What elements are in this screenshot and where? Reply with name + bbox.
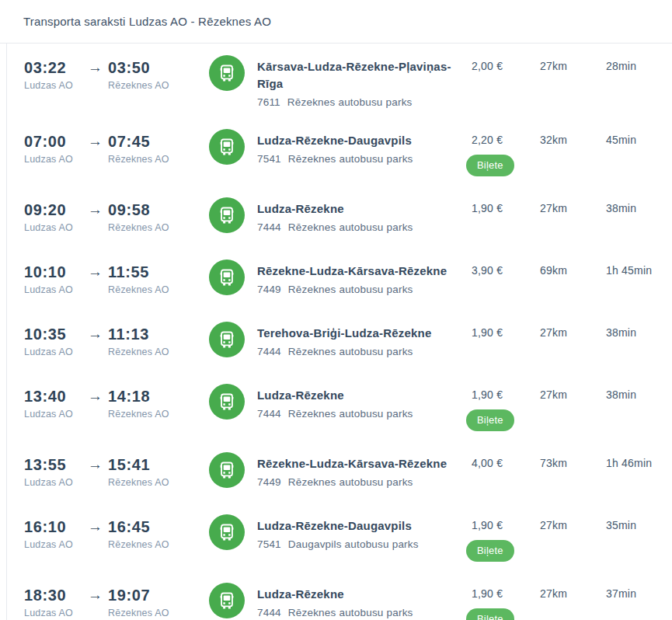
schedule-row[interactable]: 03:22 Ludzas AO → 03:50 Rēzeknes AO xyxy=(7,44,672,117)
route-number: 7444 xyxy=(257,221,281,233)
arrival-time: 07:45 xyxy=(108,132,209,151)
arrival-block: 14:18 Rēzeknes AO xyxy=(108,387,209,420)
bus-icon xyxy=(209,583,245,618)
route-name: Ludza-Rēzekne xyxy=(257,387,453,404)
route-operator: Rēzeknes autobusu parks xyxy=(288,476,413,488)
arrival-time: 09:58 xyxy=(108,200,209,219)
price: 4,00 € xyxy=(472,455,503,471)
arrival-stop: Rēzeknes AO xyxy=(108,477,209,488)
bus-icon xyxy=(209,129,245,165)
price: 1,90 € xyxy=(472,517,503,533)
duration: 38min xyxy=(606,325,672,340)
route-name: Kārsava-Ludza-Rēzekne-Pļaviņas-Rīga xyxy=(257,58,453,92)
distance: 27km xyxy=(540,586,606,601)
arrival-block: 11:13 Rēzeknes AO xyxy=(108,325,209,357)
route-info: Ludza-Rēzekne 7444Rēzeknes autobusu park… xyxy=(257,387,472,420)
page-title: Transporta saraksti Ludzas AO - Rēzeknes… xyxy=(23,15,271,28)
arrival-stop: Rēzeknes AO xyxy=(108,409,209,420)
route-name: Rēzekne-Ludza-Kārsava-Rēzekne xyxy=(257,455,453,472)
route-name: Ludza-Rēzekne xyxy=(257,200,453,218)
schedule-row[interactable]: 13:55 Ludzas AO → 15:41 Rēzeknes AO xyxy=(7,441,672,503)
arrow-right-icon: → xyxy=(82,455,108,474)
route-number: 7444 xyxy=(257,408,281,420)
arrival-block: 03:50 Rēzeknes AO xyxy=(108,58,209,91)
route-meta: 7444Rēzeknes autobusu parks xyxy=(257,346,472,357)
departure-block: 07:00 Ludzas AO xyxy=(24,132,82,165)
arrival-block: 11:55 Rēzeknes AO xyxy=(108,263,209,295)
arrow-right-icon: → xyxy=(82,517,108,536)
route-meta: 7444Rēzeknes autobusu parks xyxy=(257,607,472,618)
route-info: Ludza-Rēzekne 7444Rēzeknes autobusu park… xyxy=(257,586,472,618)
route-number: 7444 xyxy=(257,607,281,618)
price: 1,90 € xyxy=(472,387,503,402)
arrival-stop: Rēzeknes AO xyxy=(108,222,209,233)
departure-stop: Ludzas AO xyxy=(24,477,82,488)
arrival-time: 15:41 xyxy=(108,455,209,474)
bus-icon xyxy=(209,55,245,91)
departure-time: 13:40 xyxy=(24,387,82,406)
schedule-list: 03:22 Ludzas AO → 03:50 Rēzeknes AO xyxy=(6,44,672,620)
departure-block: 10:35 Ludzas AO xyxy=(24,325,82,357)
schedule-row[interactable]: 18:30 Ludzas AO → 19:07 Rēzeknes AO xyxy=(7,571,672,620)
price: 1,90 € xyxy=(472,325,503,340)
route-name: Ludza-Rēzekne-Daugavpils xyxy=(257,132,453,149)
duration: 45min xyxy=(606,132,672,148)
departure-block: 13:55 Ludzas AO xyxy=(24,455,82,488)
route-operator: Rēzeknes autobusu parks xyxy=(288,408,413,420)
route-info: Terehova-Briģi-Ludza-Rēzekne 7444Rēzekne… xyxy=(257,325,472,357)
bus-icon xyxy=(209,259,245,295)
schedule-row[interactable]: 07:00 Ludzas AO → 07:45 Rēzeknes AO xyxy=(7,117,672,186)
duration: 1h 46min xyxy=(606,455,672,471)
route-operator: Rēzeknes autobusu parks xyxy=(288,284,413,295)
route-info: Ludza-Rēzekne-Daugavpils 7541Rēzeknes au… xyxy=(257,132,472,165)
price: 2,20 € xyxy=(472,132,503,148)
departure-stop: Ludzas AO xyxy=(24,608,82,618)
arrival-stop: Rēzeknes AO xyxy=(108,608,209,618)
route-meta: 7541Daugavpils autobusu parks xyxy=(257,538,472,550)
price: 3,90 € xyxy=(472,263,503,278)
route-number: 7449 xyxy=(257,476,281,488)
route-operator: Rēzeknes autobusu parks xyxy=(288,607,413,618)
route-name: Terehova-Briģi-Ludza-Rēzekne xyxy=(257,325,453,342)
ticket-button[interactable]: Biļete xyxy=(466,540,514,562)
price: 1,90 € xyxy=(472,200,503,216)
route-info: Rēzekne-Ludza-Kārsava-Rēzekne 7449Rēzekn… xyxy=(257,263,472,295)
arrival-time: 03:50 xyxy=(108,58,209,77)
arrival-stop: Rēzeknes AO xyxy=(108,539,209,550)
arrival-time: 14:18 xyxy=(108,387,209,406)
schedule-row[interactable]: 16:10 Ludzas AO → 16:45 Rēzeknes AO xyxy=(7,503,672,571)
distance: 27km xyxy=(540,517,606,533)
duration: 1h 45min xyxy=(606,263,672,278)
schedule-row[interactable]: 10:10 Ludzas AO → 11:55 Rēzeknes AO xyxy=(7,248,672,310)
departure-stop: Ludzas AO xyxy=(24,409,82,420)
route-operator: Rēzeknes autobusu parks xyxy=(287,96,413,108)
route-number: 7541 xyxy=(257,538,281,550)
schedule-row[interactable]: 13:40 Ludzas AO → 14:18 Rēzeknes AO xyxy=(7,372,672,441)
route-number: 7449 xyxy=(257,284,281,295)
route-name: Rēzekne-Ludza-Kārsava-Rēzekne xyxy=(257,263,453,280)
price: 1,90 € xyxy=(472,586,503,601)
route-name: Ludza-Rēzekne xyxy=(257,586,453,603)
departure-block: 18:30 Ludzas AO xyxy=(24,586,82,618)
ticket-button[interactable]: Biļete xyxy=(466,409,514,431)
duration: 37min xyxy=(606,586,672,601)
schedule-row[interactable]: 10:35 Ludzas AO → 11:13 Rēzeknes AO xyxy=(7,310,672,372)
bus-icon xyxy=(209,384,245,420)
route-meta: 7541Rēzeknes autobusu parks xyxy=(257,153,472,165)
route-operator: Rēzeknes autobusu parks xyxy=(288,346,413,357)
arrival-stop: Rēzeknes AO xyxy=(108,284,209,295)
departure-time: 09:20 xyxy=(24,200,82,219)
bus-icon xyxy=(209,322,245,357)
departure-stop: Ludzas AO xyxy=(24,222,82,233)
distance: 32km xyxy=(540,132,606,148)
ticket-button[interactable]: Biļete xyxy=(466,608,514,620)
route-name: Ludza-Rēzekne-Daugavpils xyxy=(257,517,453,535)
arrow-right-icon: → xyxy=(82,586,108,604)
schedule-row[interactable]: 09:20 Ludzas AO → 09:58 Rēzeknes AO xyxy=(7,186,672,248)
distance: 69km xyxy=(540,263,606,278)
route-meta: 7444Rēzeknes autobusu parks xyxy=(257,221,472,233)
departure-stop: Ludzas AO xyxy=(24,154,82,165)
arrival-time: 11:13 xyxy=(108,325,209,343)
ticket-button[interactable]: Biļete xyxy=(466,155,514,176)
duration: 38min xyxy=(606,200,672,216)
